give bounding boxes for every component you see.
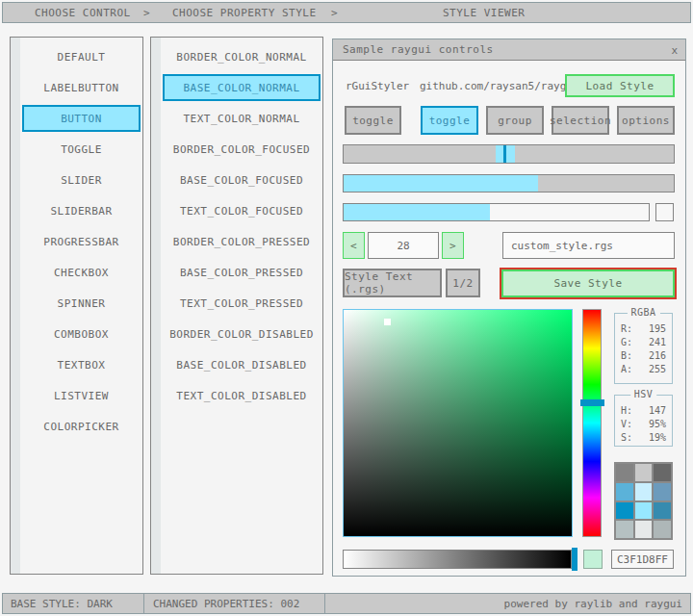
property-item-border_color_normal[interactable]: BORDER_COLOR_NORMAL [163, 43, 321, 70]
palette-swatch-2[interactable] [654, 464, 671, 481]
properties-scrollbar[interactable] [151, 38, 161, 574]
progressbar [343, 203, 650, 221]
control-item-labelbutton[interactable]: LABELBUTTON [22, 74, 141, 101]
checkbox[interactable] [655, 203, 674, 221]
palette-swatch-8[interactable] [654, 502, 671, 520]
palette-swatch-11[interactable] [654, 521, 671, 538]
color-picker-area[interactable] [343, 309, 573, 537]
changed-properties-status: CHANGED PROPERTIES: 002 [143, 593, 325, 614]
color-picker-cursor[interactable] [384, 319, 391, 325]
control-item-button[interactable]: BUTTON [22, 105, 141, 132]
property-item-base_color_focused[interactable]: BASE_COLOR_FOCUSED [163, 167, 321, 193]
breadcrumb-step-choose-property-style: CHOOSE PROPERTY STYLE [172, 7, 317, 19]
property-item-border_color_pressed[interactable]: BORDER_COLOR_PRESSED [163, 228, 321, 255]
toggle-group-item-toggle[interactable]: toggle [421, 106, 478, 135]
rgba-label: A: [621, 363, 632, 376]
property-item-base_color_pressed[interactable]: BASE_COLOR_PRESSED [163, 259, 321, 286]
control-item-default[interactable]: DEFAULT [22, 43, 141, 70]
save-style-focus-ring: Save Style [500, 268, 677, 299]
hsv-value: 19% [649, 431, 666, 445]
property-item-text_color_focused[interactable]: TEXT_COLOR_FOCUSED [163, 197, 321, 224]
toggle-group-item-options[interactable]: options [617, 106, 675, 135]
breadcrumb: CHOOSE CONTROL > CHOOSE PROPERTY STYLE >… [2, 2, 691, 23]
filename-input[interactable]: custom_style.rgs [502, 232, 675, 259]
property-item-base_color_disabled[interactable]: BASE_COLOR_DISABLED [163, 351, 321, 378]
rgba-label: G: [621, 336, 632, 349]
sliderbar[interactable] [343, 174, 675, 192]
close-icon[interactable]: x [671, 43, 678, 56]
property-item-text_color_disabled[interactable]: TEXT_COLOR_DISABLED [163, 382, 321, 409]
rgba-row-r: R:195 [615, 322, 672, 336]
control-item-progressbar[interactable]: PROGRESSBAR [22, 228, 141, 255]
control-item-sliderbar[interactable]: SLIDERBAR [22, 197, 141, 224]
control-item-colorpicker[interactable]: COLORPICKER [22, 413, 141, 440]
palette-swatch-4[interactable] [635, 483, 653, 500]
properties-listview: BORDER_COLOR_NORMALBASE_COLOR_NORMALTEXT… [150, 37, 323, 575]
style-color-palette [614, 462, 673, 540]
spinner-increment-button[interactable]: > [442, 232, 464, 259]
slider[interactable] [343, 144, 675, 164]
load-style-button[interactable]: Load Style [565, 74, 675, 97]
rgba-label: B: [621, 349, 632, 363]
status-bar: BASE STYLE: DARK CHANGED PROPERTIES: 002… [2, 593, 691, 614]
hsv-label: V: [621, 418, 632, 431]
hsv-row-h: H:147 [615, 404, 672, 418]
rgba-title: RGBA [627, 307, 659, 318]
property-item-text_color_pressed[interactable]: TEXT_COLOR_PRESSED [163, 290, 321, 317]
slider-handle-line [503, 145, 506, 163]
hsv-row-s: S:19% [615, 431, 672, 445]
page-indicator-button[interactable]: 1/2 [446, 269, 480, 297]
save-style-button[interactable]: Save Style [501, 270, 675, 297]
property-item-text_color_normal[interactable]: TEXT_COLOR_NORMAL [163, 105, 321, 132]
hue-bar[interactable] [582, 309, 602, 537]
controls-listview: DEFAULTLABELBUTTONBUTTONTOGGLESLIDERSLID… [10, 37, 143, 575]
hsv-value: 147 [649, 404, 666, 418]
hex-color-input[interactable]: C3F1D8FF [611, 550, 674, 569]
toggle-group-item-selection[interactable]: selection [552, 106, 609, 135]
palette-swatch-1[interactable] [635, 464, 653, 481]
rgba-values: R:195G:241B:216A:255 [615, 322, 672, 376]
control-item-toggle[interactable]: TOGGLE [22, 136, 141, 163]
toggle-group-item-group[interactable]: group [486, 106, 544, 135]
rgba-row-a: A:255 [615, 363, 672, 376]
control-item-listview[interactable]: LISTVIEW [22, 382, 141, 409]
property-item-border_color_focused[interactable]: BORDER_COLOR_FOCUSED [163, 136, 321, 163]
palette-swatch-3[interactable] [616, 483, 633, 500]
palette-swatch-6[interactable] [616, 502, 633, 520]
progressbar-fill [344, 204, 490, 220]
base-style-status: BASE STYLE: DARK [2, 593, 144, 614]
breadcrumb-step-style-viewer: STYLE VIEWER [443, 7, 525, 19]
repo-link[interactable]: github.com/raysan5/raygui [420, 80, 579, 92]
hue-handle[interactable] [580, 399, 604, 406]
hsv-groupbox: HSV H:147V:95%S:19% [614, 395, 673, 447]
style-text-button[interactable]: Style Text (.rgs) [343, 269, 442, 297]
control-item-combobox[interactable]: COMBOBOX [22, 321, 141, 347]
palette-swatch-10[interactable] [635, 521, 653, 538]
alpha-handle[interactable] [572, 548, 578, 571]
property-item-border_color_disabled[interactable]: BORDER_COLOR_DISABLED [163, 321, 321, 347]
chevron-right-icon: > [331, 7, 338, 19]
hsv-title: HSV [630, 389, 657, 399]
alpha-bar[interactable] [343, 550, 572, 569]
rgba-row-g: G:241 [615, 336, 672, 349]
palette-swatch-0[interactable] [616, 464, 633, 481]
hsv-row-v: V:95% [615, 418, 672, 431]
hsv-values: H:147V:95%S:19% [615, 404, 672, 445]
control-item-checkbox[interactable]: CHECKBOX [22, 259, 141, 286]
property-item-base_color_normal[interactable]: BASE_COLOR_NORMAL [163, 74, 321, 101]
palette-swatch-7[interactable] [635, 502, 653, 520]
rgba-groupbox: RGBA R:195G:241B:216A:255 [614, 313, 673, 384]
window-titlebar: Sample raygui controls x [333, 39, 685, 61]
spinner-decrement-button[interactable]: < [343, 232, 365, 259]
controls-scrollbar[interactable] [11, 38, 20, 574]
spinner-value-box[interactable]: 28 [368, 232, 439, 259]
palette-swatch-9[interactable] [616, 521, 633, 538]
sliderbar-fill [344, 175, 538, 192]
slider-handle[interactable] [496, 145, 515, 163]
toggle-button[interactable]: toggle [345, 106, 401, 135]
palette-swatch-5[interactable] [654, 483, 671, 500]
control-item-textbox[interactable]: TEXTBOX [22, 351, 141, 378]
control-item-slider[interactable]: SLIDER [22, 167, 141, 193]
rgba-value: 255 [649, 363, 666, 376]
control-item-spinner[interactable]: SPINNER [22, 290, 141, 317]
